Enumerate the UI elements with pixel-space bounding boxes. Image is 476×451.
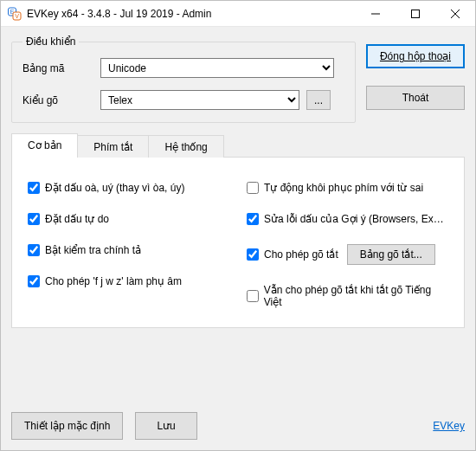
opt-dat-dau-tu-do[interactable]: Đặt dấu tự do bbox=[28, 213, 229, 225]
content-area: Điều khiển Bảng mã Unicode Kiểu gõ Telex… bbox=[1, 27, 475, 450]
tab-basic[interactable]: Cơ bản bbox=[11, 133, 78, 158]
macro-table-button[interactable]: Bảng gõ tắt... bbox=[347, 244, 435, 265]
opt-kiem-tra-chinh-ta[interactable]: Bật kiểm tra chính tả bbox=[28, 244, 229, 256]
minimize-button[interactable] bbox=[356, 1, 396, 27]
save-button[interactable]: Lưu bbox=[135, 412, 196, 440]
inputmethod-label: Kiểu gõ bbox=[23, 94, 100, 106]
app-window: E V EVKey x64 - 3.4.8 - Jul 19 2019 - Ad… bbox=[0, 0, 476, 451]
tabs: Cơ bản Phím tắt Hệ thống Đặt dấu oà, uý … bbox=[11, 133, 465, 328]
opt-cho-phep-fjwz[interactable]: Cho phép 'f j w z' làm phụ âm bbox=[28, 275, 229, 287]
opt-dat-dau-oa[interactable]: Đặt dấu oà, uý (thay vì òa, úy) bbox=[28, 182, 229, 194]
exit-button[interactable]: Thoát bbox=[366, 86, 465, 110]
svg-text:V: V bbox=[15, 13, 19, 19]
close-button[interactable] bbox=[435, 1, 475, 27]
tab-shortcut[interactable]: Phím tắt bbox=[77, 135, 149, 158]
svg-rect-5 bbox=[412, 10, 420, 17]
footer: Thiết lập mặc định Lưu EVKey bbox=[11, 403, 465, 440]
inputmethod-more-button[interactable]: ... bbox=[306, 90, 331, 110]
ellipsis-icon: ... bbox=[314, 94, 323, 106]
app-icon: E V bbox=[8, 7, 22, 21]
opt-van-cho-phep-go-tat[interactable]: Vẫn cho phép gõ tắt khi tắt gõ Tiếng Việ… bbox=[247, 284, 448, 308]
maximize-button[interactable] bbox=[396, 1, 435, 27]
tab-system[interactable]: Hệ thống bbox=[148, 135, 223, 158]
titlebar: E V EVKey x64 - 3.4.8 - Jul 19 2019 - Ad… bbox=[1, 1, 475, 27]
opt-tu-dong-khoi-phuc[interactable]: Tự động khôi phục phím với từ sai bbox=[247, 182, 448, 194]
evkey-link[interactable]: EVKey bbox=[433, 420, 465, 432]
defaults-button[interactable]: Thiết lập mặc định bbox=[11, 412, 123, 440]
tab-panel-basic: Đặt dấu oà, uý (thay vì òa, úy) Đặt dấu … bbox=[11, 157, 465, 328]
inputmethod-select[interactable]: Telex bbox=[100, 90, 299, 110]
charset-label: Bảng mã bbox=[23, 62, 100, 74]
charset-select[interactable]: Unicode bbox=[100, 58, 334, 78]
opt-cho-phep-go-tat[interactable]: Cho phép gõ tắt bbox=[247, 248, 338, 261]
close-dialog-button[interactable]: Đóng hộp thoại bbox=[366, 44, 465, 68]
opt-sua-loi-dau-goi-y[interactable]: Sửa lỗi dấu của Gợi ý (Browsers, Excel .… bbox=[247, 213, 448, 225]
group-legend: Điều khiển bbox=[23, 35, 79, 48]
control-group: Điều khiển Bảng mã Unicode Kiểu gõ Telex… bbox=[11, 35, 356, 123]
window-title: EVKey x64 - 3.4.8 - Jul 19 2019 - Admin bbox=[27, 8, 356, 20]
